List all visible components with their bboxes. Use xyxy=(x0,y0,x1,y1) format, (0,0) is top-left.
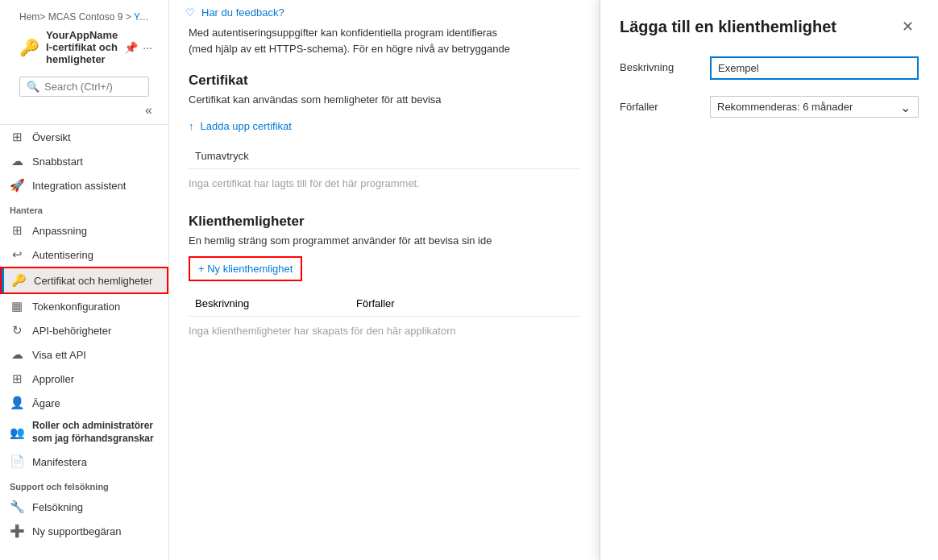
sidebar-item-agare[interactable]: 👤 Ägare xyxy=(0,391,168,415)
secrets-title: Klienthemligheter xyxy=(189,214,580,230)
thumbprint-col: Tumavtryck xyxy=(189,147,255,165)
sidebar-item-label: Ny supportbegäran xyxy=(32,525,122,537)
no-cert-msg: Inga certifikat har lagts till för det h… xyxy=(189,169,580,197)
sidebar-item-label: Snabbstart xyxy=(32,156,83,168)
sidebar-item-approller[interactable]: ⊞ Approller xyxy=(0,367,168,391)
overview-icon: ⊞ xyxy=(10,130,24,144)
sidebar-item-label: API-behörigheter xyxy=(32,325,111,337)
description-field xyxy=(710,56,919,80)
sidebar-item-label: Certifikat och hemligheter xyxy=(34,275,152,287)
sidebar-item-label: Manifestera xyxy=(32,456,87,468)
content-body: Med autentiseringsuppgifter kan konfiden… xyxy=(169,25,600,380)
search-box[interactable]: 🔍 xyxy=(19,77,149,97)
sidebar-item-support[interactable]: ➕ Ny supportbegäran xyxy=(0,519,168,543)
no-secret-msg: Inga klienthemligheter har skapats för d… xyxy=(189,317,580,345)
cert-table-header: Tumavtryck xyxy=(189,143,580,169)
integration-icon: 🚀 xyxy=(10,178,24,193)
secrets-col1: Beskrivning xyxy=(189,294,350,313)
panel-title-row: Lägga till en klienthemlighet ✕ xyxy=(620,16,919,37)
sidebar-item-felsökning[interactable]: 🔧 Felsökning xyxy=(0,495,168,519)
sidebar-item-label: Approller xyxy=(32,373,74,385)
secrets-desc: En hemlig sträng som programmet använder… xyxy=(189,234,580,247)
feedback-bar[interactable]: ♡ Har du feedback? xyxy=(169,0,600,25)
certificates-desc: Certifikat kan användas som hemligheter … xyxy=(189,93,580,106)
sidebar-item-label: Tokenkonfiguration xyxy=(32,301,120,313)
content-description: Med autentiseringsuppgifter kan konfiden… xyxy=(189,25,580,56)
sidebar-item-tokenkonfig[interactable]: ▦ Tokenkonfiguration xyxy=(0,294,168,318)
sidebar-item-roller[interactable]: 👥 Roller och administratörer som jag för… xyxy=(0,415,168,450)
search-input[interactable] xyxy=(44,81,142,93)
add-secret-btn[interactable]: + Ny klienthemlighet xyxy=(189,256,302,281)
secrets-table-header: Beskrivning Förfaller xyxy=(189,291,580,317)
breadcrumb-home[interactable]: Hem> xyxy=(19,11,45,23)
approller-icon: ⊞ xyxy=(10,371,24,386)
manage-section-label: Hantera xyxy=(0,197,168,218)
expires-form-row: Förfaller Rekommenderas: 6 månader 12 må… xyxy=(620,96,919,118)
upload-icon: ↑ xyxy=(189,120,194,132)
sidebar-item-certifikat[interactable]: 🔑 Certifikat och hemligheter xyxy=(0,267,168,294)
search-icon: 🔍 xyxy=(27,81,39,93)
sidebar-item-api-permissions[interactable]: ↻ API-behörigheter xyxy=(0,318,168,342)
sidebar-item-integration[interactable]: 🚀 Integration assistent xyxy=(0,173,168,197)
description-form-row: Beskrivning xyxy=(620,56,919,80)
description-label: Beskrivning xyxy=(620,56,700,73)
agare-icon: 👤 xyxy=(10,396,24,410)
certifikat-icon: 🔑 xyxy=(11,273,26,288)
pin-icon[interactable]: 📌 xyxy=(124,41,138,54)
feedback-text: Har du feedback? xyxy=(201,6,284,19)
collapse-icon[interactable]: « xyxy=(145,103,152,118)
breadcrumb-appname[interactable]: YourAppName xyxy=(134,11,159,23)
api-permissions-icon: ↻ xyxy=(10,323,24,338)
felsökning-icon: 🔧 xyxy=(10,500,24,514)
sidebar-top: Hem> MCAS Contoso 9 > YourAppName 🔑 Your… xyxy=(0,0,168,125)
sidebar-item-label: Felsökning xyxy=(32,501,83,513)
main-content: ♡ Har du feedback? Med autentiseringsupp… xyxy=(169,0,600,560)
sidebar-item-label: Översikt xyxy=(32,131,71,143)
sidebar: Hem> MCAS Contoso 9 > YourAppName 🔑 Your… xyxy=(0,0,169,560)
tokenkonfig-icon: ▦ xyxy=(10,299,24,313)
panel-title: Lägga till en klienthemlighet xyxy=(620,18,836,36)
secrets-section: Klienthemligheter En hemlig sträng som p… xyxy=(189,214,580,345)
certificates-section: Certifikat Certifikat kan användas som h… xyxy=(189,73,580,197)
support-section-label: Support och felsökning xyxy=(0,474,168,495)
sidebar-item-visa-api[interactable]: ☁ Visa ett API xyxy=(0,342,168,367)
key-icon: 🔑 xyxy=(19,38,39,57)
sidebar-item-label: Roller och administratörer som jag förha… xyxy=(32,420,159,445)
sidebar-item-overview[interactable]: ⊞ Översikt xyxy=(0,125,168,149)
breadcrumb-mcas[interactable]: MCAS Contoso 9 > xyxy=(48,11,131,23)
sidebar-item-label: Integration assistent xyxy=(32,180,126,192)
roller-icon: 👥 xyxy=(10,425,24,441)
sidebar-item-label: Visa ett API xyxy=(32,349,86,361)
expires-label: Förfaller xyxy=(620,96,700,113)
anpassning-icon: ⊞ xyxy=(10,223,24,238)
expires-field: Rekommenderas: 6 månader 12 månader 24 m… xyxy=(710,96,919,118)
app-title-row: 🔑 YourAppName I-certifikat och hemlighet… xyxy=(10,26,159,72)
manifestera-icon: 📄 xyxy=(10,454,24,469)
description-input[interactable] xyxy=(710,56,919,80)
secrets-col2: Förfaller xyxy=(350,294,401,313)
collapse-btn: « xyxy=(10,103,159,121)
upload-btn-label: Ladda upp certifikat xyxy=(201,120,292,132)
autentisering-icon: ↩ xyxy=(10,247,24,262)
upload-cert-btn[interactable]: ↑ Ladda upp certifikat xyxy=(189,115,292,137)
sidebar-item-anpassning[interactable]: ⊞ Anpassning xyxy=(0,218,168,243)
sidebar-item-label: Anpassning xyxy=(32,225,87,237)
add-secret-btn-label: + Ny klienthemlighet xyxy=(198,263,293,275)
sidebar-item-manifestera[interactable]: 📄 Manifestera xyxy=(0,450,168,474)
breadcrumb: Hem> MCAS Contoso 9 > YourAppName xyxy=(10,6,159,26)
sidebar-item-autentisering[interactable]: ↩ Autentisering xyxy=(0,243,168,267)
sidebar-item-label: Autentisering xyxy=(32,249,93,261)
more-icon[interactable]: ··· xyxy=(143,41,152,54)
sidebar-item-quickstart[interactable]: ☁ Snabbstart xyxy=(0,149,168,173)
visa-api-icon: ☁ xyxy=(10,347,24,362)
sidebar-item-label: Ägare xyxy=(32,397,60,409)
expires-select[interactable]: Rekommenderas: 6 månader 12 månader 24 m… xyxy=(710,96,919,118)
support-icon: ➕ xyxy=(10,524,24,538)
app-title-icons: 📌 ··· xyxy=(124,41,152,54)
right-panel: Lägga till en klienthemlighet ✕ Beskrivn… xyxy=(600,0,938,560)
certificates-title: Certifikat xyxy=(189,73,580,89)
heart-icon: ♡ xyxy=(185,6,195,19)
close-button[interactable]: ✕ xyxy=(897,16,919,37)
app-title: YourAppName I-certifikat och hemligheter xyxy=(46,29,118,65)
quickstart-icon: ☁ xyxy=(10,154,24,168)
